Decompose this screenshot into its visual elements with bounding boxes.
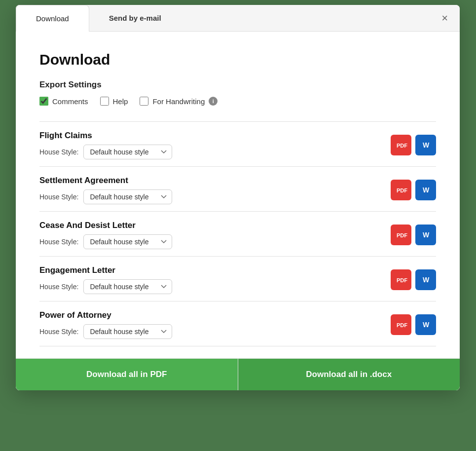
house-style-select-1[interactable]: Default house style: [83, 189, 172, 204]
svg-text:PDF: PDF: [397, 232, 407, 238]
svg-text:W: W: [423, 141, 430, 149]
doc-actions-3: PDF W: [391, 269, 436, 290]
word-icon: W: [419, 139, 432, 151]
download-all-pdf-button[interactable]: Download all in PDF: [16, 359, 238, 390]
svg-text:PDF: PDF: [397, 188, 407, 193]
pdf-button-1[interactable]: PDF: [391, 180, 411, 200]
download-all-docx-button[interactable]: Download all in .docx: [238, 359, 460, 390]
checkbox-handwriting[interactable]: For Handwriting i: [140, 97, 218, 106]
pdf-button-3[interactable]: PDF: [391, 269, 411, 290]
handwriting-label: For Handwriting: [152, 97, 205, 106]
doc-name-4: Power of Attorney: [39, 310, 172, 320]
document-list: Flight Claims House Style: Default house…: [39, 121, 436, 346]
house-style-label-4: House Style:: [39, 328, 78, 336]
house-style-label-2: House Style:: [39, 238, 78, 246]
house-style-label-0: House Style:: [39, 148, 78, 156]
comments-checkbox[interactable]: [39, 97, 48, 106]
table-row: Flight Claims House Style: Default house…: [39, 121, 436, 166]
table-row: Engagement Letter House Style: Default h…: [39, 256, 436, 301]
help-label: Help: [113, 97, 128, 106]
table-row: Power of Attorney House Style: Default h…: [39, 301, 436, 346]
svg-text:W: W: [423, 276, 430, 284]
house-style-row-0: House Style: Default house style: [39, 145, 172, 159]
comments-label: Comments: [52, 97, 88, 106]
doc-actions-1: PDF W: [391, 180, 436, 200]
svg-text:W: W: [423, 321, 430, 329]
close-button[interactable]: ×: [438, 11, 452, 26]
house-style-row-1: House Style: Default house style: [39, 189, 172, 204]
house-style-row-2: House Style: Default house style: [39, 234, 172, 249]
export-settings-heading: Export Settings: [39, 80, 436, 90]
pdf-button-0[interactable]: PDF: [391, 135, 411, 155]
word-button-0[interactable]: W: [415, 135, 436, 155]
modal-title: Download: [39, 51, 436, 68]
word-icon: W: [419, 318, 432, 331]
tab-send-email[interactable]: Send by e-mail: [89, 5, 181, 31]
doc-left-4: Power of Attorney House Style: Default h…: [39, 310, 172, 339]
word-icon: W: [419, 273, 432, 286]
doc-left-3: Engagement Letter House Style: Default h…: [39, 265, 172, 294]
svg-text:PDF: PDF: [397, 277, 407, 283]
house-style-select-4[interactable]: Default house style: [83, 324, 172, 339]
pdf-icon: PDF: [395, 228, 407, 241]
tab-download[interactable]: Download: [16, 5, 89, 32]
house-style-select-3[interactable]: Default house style: [83, 279, 172, 294]
doc-left-0: Flight Claims House Style: Default house…: [39, 131, 172, 159]
table-row: Settlement Agreement House Style: Defaul…: [39, 166, 436, 211]
word-button-3[interactable]: W: [415, 269, 436, 290]
house-style-row-4: House Style: Default house style: [39, 324, 172, 339]
svg-text:W: W: [423, 186, 430, 194]
house-style-select-2[interactable]: Default house style: [83, 234, 172, 249]
pdf-button-4[interactable]: PDF: [391, 314, 411, 335]
pdf-icon: PDF: [395, 139, 407, 151]
doc-name-0: Flight Claims: [39, 131, 172, 141]
checkbox-comments[interactable]: Comments: [39, 97, 88, 106]
svg-text:PDF: PDF: [397, 322, 407, 328]
pdf-icon: PDF: [395, 318, 407, 331]
doc-left-1: Settlement Agreement House Style: Defaul…: [39, 176, 172, 204]
doc-actions-0: PDF W: [391, 135, 436, 155]
house-style-label-3: House Style:: [39, 283, 78, 291]
word-button-2[interactable]: W: [415, 225, 436, 245]
handwriting-info-icon[interactable]: i: [209, 97, 218, 106]
modal-tabs: Download Send by e-mail ×: [16, 5, 460, 32]
house-style-label-1: House Style:: [39, 193, 78, 201]
svg-text:W: W: [423, 231, 430, 239]
export-settings-row: Comments Help For Handwriting i: [39, 97, 436, 106]
checkbox-help[interactable]: Help: [100, 97, 128, 106]
doc-name-2: Cease And Desist Letter: [39, 221, 172, 230]
house-style-row-3: House Style: Default house style: [39, 279, 172, 294]
doc-name-3: Engagement Letter: [39, 265, 172, 275]
house-style-select-0[interactable]: Default house style: [83, 145, 172, 159]
word-icon: W: [419, 228, 432, 241]
modal-body: Download Export Settings Comments Help F…: [16, 32, 460, 358]
pdf-button-2[interactable]: PDF: [391, 225, 411, 245]
download-modal: Download Send by e-mail × Download Expor…: [16, 5, 460, 390]
svg-text:PDF: PDF: [397, 143, 407, 149]
modal-footer: Download all in PDF Download all in .doc…: [16, 358, 460, 390]
word-icon: W: [419, 184, 432, 196]
word-button-4[interactable]: W: [415, 314, 436, 335]
doc-actions-2: PDF W: [391, 225, 436, 245]
doc-actions-4: PDF W: [391, 314, 436, 335]
table-row: Cease And Desist Letter House Style: Def…: [39, 211, 436, 256]
help-checkbox[interactable]: [100, 97, 109, 106]
word-button-1[interactable]: W: [415, 180, 436, 200]
pdf-icon: PDF: [395, 273, 407, 286]
doc-left-2: Cease And Desist Letter House Style: Def…: [39, 221, 172, 249]
pdf-icon: PDF: [395, 184, 407, 196]
handwriting-checkbox[interactable]: [140, 97, 148, 106]
doc-name-1: Settlement Agreement: [39, 176, 172, 186]
